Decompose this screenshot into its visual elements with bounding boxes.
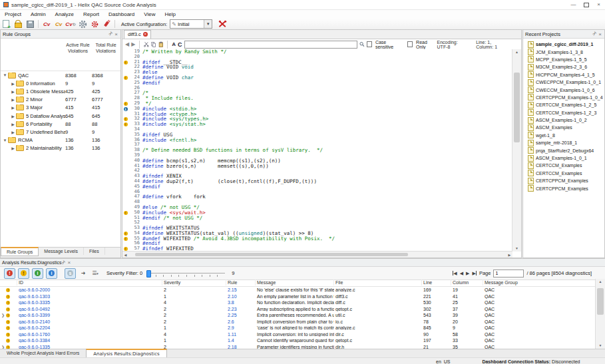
recent-project-item[interactable]: CERTCCM_Examples-1_2_5 [525,101,604,108]
column-header-icon[interactable] [0,279,17,285]
menu-item-help[interactable]: Help [160,10,180,19]
diagnostic-id-link[interactable]: qac-9.6.0-2140 [17,319,162,324]
minimize-button[interactable]: — [567,0,580,9]
font-icon[interactable]: A [172,41,176,47]
code-line[interactable]: 45#endif [122,184,512,190]
severity-filter-slider[interactable] [146,270,225,277]
suppressed-filter-button[interactable]: s [65,268,76,279]
recent-project-item[interactable]: ASCM_Examples-1_0_1 [525,154,604,162]
diagnostic-id-link[interactable]: qac-9.6.0-2000 [17,287,162,292]
scrollbar-thumb[interactable] [597,288,604,315]
code-line[interactable]: 34 [122,127,512,132]
maximize-button[interactable] [580,0,592,9]
tab-message-levels[interactable]: Message Levels [39,248,84,255]
recent-project-item[interactable]: MCPP_Examples-1_5_5 [525,56,604,63]
warning-marker-icon[interactable]: ! [124,237,128,241]
code-line[interactable]: !55#undef WIFEXITED /* Avoid 4.3BSD inco… [122,236,512,242]
recent-project-item[interactable]: prqa_StarRuler2_Debugx64 [525,146,604,154]
search-icon[interactable] [359,41,365,47]
column-header-file[interactable]: File [334,279,422,285]
column-header-message-group[interactable]: Message Group [483,279,596,285]
view-menu-button[interactable]: ☰▾ [91,269,100,278]
configuration-tools-button[interactable] [216,19,228,29]
nav-back-button[interactable]: ◀ [125,41,129,48]
diagnostic-id-link[interactable]: qac-9.6.0-1760 [17,332,162,337]
recent-project-item[interactable]: M3CM_Examples-2_3_6 [525,63,604,71]
close-panel-icon[interactable]: × [114,31,118,37]
diagnostic-id-link[interactable]: qac-9.6.0-1303 [17,294,162,299]
diagnostic-id-link[interactable]: qac-9.6.0-0492 [17,307,162,311]
reload-icon[interactable]: C [178,41,182,48]
rule-group-row[interactable]: ▶2 Minor67776777 [1,96,120,104]
column-header-message[interactable]: Message [256,279,334,285]
rule-link[interactable]: 1.4 [226,338,256,343]
page-input[interactable] [493,270,524,277]
scroll-left-icon[interactable]: ◀ [122,253,128,257]
code-line[interactable]: !24#define VOID char [122,75,512,81]
tree-chevron-icon[interactable]: ▶ [10,122,16,126]
warning-marker-icon[interactable]: ! [124,61,128,65]
column-header-line[interactable]: Line [422,279,451,285]
rule-group-row[interactable]: ▼RCMA136136 [1,136,120,144]
read-only-checkbox[interactable] [407,41,413,47]
tree-chevron-icon[interactable]: ▼ [2,73,8,77]
recent-project-item[interactable]: wget-1_8 [525,132,604,139]
recent-project-item[interactable]: CERTCPPCM_Examples-1_0_4 [525,94,604,101]
rule-link[interactable]: 2.10 [226,294,256,299]
diagnostic-id-link[interactable]: qac-9.6.0-3335 [17,300,162,305]
menu-item-dashboard[interactable]: Dashboard [104,10,139,19]
rule-link[interactable]: 2.23 [226,307,256,311]
close-panel-icon[interactable]: × [68,260,71,266]
expand-chevron-icon[interactable]: ❯ [1,313,5,317]
tree-chevron-icon[interactable]: ▶ [10,114,16,118]
diagnostic-row[interactable]: !qac-9.6.0-176041.11Implicit conversion:… [0,331,596,338]
recent-project-item[interactable]: ASCM_Examples [525,124,604,131]
code-line[interactable]: 44#define dup2(f,t) (close(t),fcntl((f),… [122,179,512,184]
diagnostic-row[interactable]: !qac-9.6.0-049222.23Array subscripting a… [0,306,596,313]
menu-item-admin[interactable]: Admin [26,10,51,19]
tab-rule-groups[interactable]: Rule Groups [1,247,39,256]
nav-forward-button[interactable]: ▶ [131,41,135,48]
diagnostic-row[interactable]: ❯!qac-9.6.0-339922.25Extra parentheses r… [0,312,596,319]
menu-item-view[interactable]: View [139,10,160,19]
rule-group-row[interactable]: ▶1 Obsolete Messages425425 [1,87,120,95]
hscrollbar-thumb[interactable] [135,253,408,256]
save-project-button[interactable] [24,19,36,29]
dashboard-connect-button[interactable] [101,19,112,29]
column-header-column[interactable]: Column [451,279,483,285]
tree-chevron-icon[interactable]: ▼ [2,138,8,142]
severity-blue-filter-button[interactable]: i [46,268,57,279]
rule-link[interactable]: 3.8 [226,300,256,305]
tree-chevron-icon[interactable]: ▶ [10,97,16,102]
sync-settings-button[interactable] [89,19,101,29]
code-line[interactable]: 19/* Written by Randy Smith */ [122,49,512,55]
rule-group-row[interactable]: ▶2 Maintainability136136 [1,144,120,152]
tree-chevron-icon[interactable]: ▶ [10,81,16,86]
recent-project-item[interactable]: CERTCCM_Examples-1_2_3 [525,109,604,116]
slider-handle[interactable] [146,270,151,277]
rule-group-row[interactable]: ▼QAC83688368 [1,71,120,79]
code-line[interactable]: 36#include <fcntl.h> [122,138,512,143]
severity-red-filter-button[interactable]: ! [4,268,15,279]
rule-group-row[interactable]: ▶3 Major415415 [1,104,120,112]
rule-link[interactable]: 2.9 [226,325,256,330]
recent-project-item[interactable]: HICPPCM_Examples-4_1_5 [525,71,604,79]
prev-page-button[interactable]: ◀ [460,271,463,276]
recent-project-item[interactable]: sample_mtr-2018_1 [525,139,604,146]
editor-horizontal-scrollbar[interactable]: ◀ ▶ [122,251,512,258]
recent-project-item[interactable]: CERTCPPCM_Examples [525,184,604,192]
scroll-right-icon[interactable]: ▶ [506,253,512,257]
editor-tab-diff3[interactable]: diff3.c × [124,30,151,39]
diagnostic-row[interactable]: !qac-9.6.0-214022.6Implicit conversion f… [0,319,596,325]
severity-yellow-filter-button[interactable]: ! [18,268,29,279]
first-page-button[interactable]: ◀ [453,271,457,276]
diagnostic-row[interactable]: !qac-9.6.0-333543.8No function declarati… [0,299,596,306]
menu-item-project[interactable]: Project [0,10,26,19]
diagnostic-id-link[interactable]: qac-9.6.0-2204 [17,325,162,330]
code-line[interactable]: 25#endif [122,81,512,86]
analyze-all-button[interactable]: Cv↻ [65,19,77,29]
diagnostic-row[interactable]: ❯!qac-9.6.0-133522.18Parameter identifie… [0,344,596,349]
close-panel-icon[interactable]: × [598,31,602,37]
rule-link[interactable]: 2.6 [226,319,256,324]
code-line[interactable]: 26 [122,86,512,91]
